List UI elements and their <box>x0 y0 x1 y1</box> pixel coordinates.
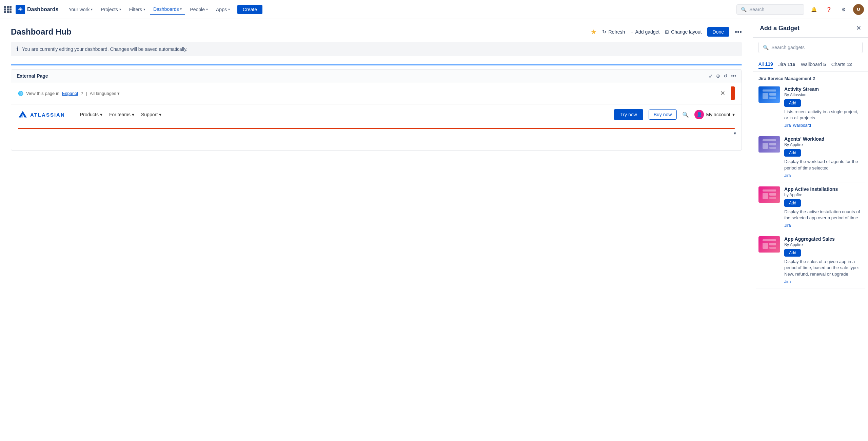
products-chevron-icon: ▾ <box>100 112 102 117</box>
atlassian-search-icon[interactable]: 🔍 <box>682 112 689 118</box>
nav-dashboards[interactable]: Dashboards ▾ <box>150 4 185 15</box>
right-panel-title: Add a Gadget <box>760 25 800 32</box>
account-avatar-icon: 👤 <box>694 110 704 119</box>
gadget-thumbnail <box>758 186 780 203</box>
gadget-info: App Active Installations by Appfire Add … <box>784 186 863 228</box>
close-lang-icon[interactable]: ✕ <box>720 89 725 97</box>
all-languages-dropdown[interactable]: All languages ▾ <box>90 91 120 96</box>
star-button[interactable]: ★ <box>591 28 597 36</box>
gadget-thumbnail <box>758 236 780 253</box>
my-account-button[interactable]: 👤 My account ▾ <box>694 110 735 119</box>
atl-teams-link[interactable]: For teams ▾ <box>109 112 134 117</box>
add-gadget-button-0[interactable]: Add <box>784 99 801 107</box>
add-gadget-button-1[interactable]: Add <box>784 149 801 157</box>
avatar[interactable]: U <box>853 4 864 15</box>
layout-icon: ⊞ <box>665 29 669 35</box>
atlassian-nav-right: Try now Buy now 🔍 👤 My account ▾ <box>614 109 735 120</box>
more-options-button[interactable]: ••• <box>735 28 742 36</box>
nav-apps[interactable]: Apps ▾ <box>213 5 233 14</box>
maximize-icon[interactable]: ⤢ <box>709 73 713 79</box>
dashboard-header: Dashboard Hub ★ ↻ Refresh + Add gadget ⊞… <box>11 27 742 37</box>
add-icon: + <box>630 29 633 35</box>
gadget-by: by Appfire <box>784 193 863 197</box>
buy-now-button[interactable]: Buy now <box>649 109 677 120</box>
close-panel-button[interactable]: ✕ <box>856 24 861 32</box>
done-button[interactable]: Done <box>707 27 729 37</box>
info-icon: ℹ <box>16 45 19 53</box>
svg-rect-0 <box>763 89 776 92</box>
apps-chevron: ▾ <box>228 7 230 11</box>
search-box[interactable]: 🔍 Search <box>736 4 804 15</box>
filter-tab-all[interactable]: All 119 <box>758 60 773 69</box>
gadget-search-box[interactable]: 🔍 <box>758 42 863 53</box>
blue-separator <box>11 64 742 65</box>
jira-logo-text: Dashboards <box>27 6 58 13</box>
settings-button[interactable]: ⚙ <box>838 4 849 15</box>
filters-chevron: ▾ <box>143 7 145 11</box>
search-gadget-icon: 🔍 <box>763 45 769 50</box>
atl-products-link[interactable]: Products ▾ <box>80 112 102 117</box>
more-gadget-icon[interactable]: ••• <box>731 73 736 79</box>
settings-gadget-icon[interactable]: ⊕ <box>716 73 720 79</box>
refresh-gadget-icon[interactable]: ↺ <box>724 73 728 79</box>
main-content: Dashboard Hub ★ ↻ Refresh + Add gadget ⊞… <box>0 19 868 441</box>
svg-rect-9 <box>763 193 768 199</box>
help-icon: ❓ <box>826 7 832 12</box>
gadget-tag: Jira <box>784 279 791 284</box>
gadget-description: Lists recent activity in a single projec… <box>784 109 863 121</box>
help-button[interactable]: ❓ <box>823 4 834 15</box>
nav-projects[interactable]: Projects ▾ <box>97 5 124 14</box>
nav-your-work[interactable]: Your work ▾ <box>65 5 96 14</box>
gadget-tags: Jira <box>784 223 863 228</box>
svg-rect-11 <box>769 197 776 199</box>
gadget-name: Agents' Workload <box>784 136 863 142</box>
gadget-tags: JiraWallboard <box>784 123 863 128</box>
gadget-description: Display the active installation counts o… <box>784 209 863 221</box>
add-gadget-button[interactable]: + Add gadget <box>630 29 659 35</box>
filter-tab-wallboard[interactable]: Wallboard 5 <box>801 60 826 68</box>
search-icon: 🔍 <box>741 7 747 12</box>
refresh-button[interactable]: ↻ Refresh <box>602 29 625 35</box>
spanish-link[interactable]: Español <box>62 91 78 96</box>
nav-people[interactable]: People ▾ <box>186 5 211 14</box>
atlassian-nav-links: Products ▾ For teams ▾ Support ▾ <box>80 112 161 117</box>
gadget-name: App Aggregated Sales <box>784 236 863 242</box>
chevron-down-icon: ▾ <box>117 91 120 96</box>
nav-filters[interactable]: Filters ▾ <box>126 5 149 14</box>
info-bar: ℹ You are currently editing your dashboa… <box>11 42 742 56</box>
change-layout-button[interactable]: ⊞ Change layout <box>665 29 702 35</box>
gadget-thumbnail <box>758 86 780 103</box>
add-gadget-button-3[interactable]: Add <box>784 249 801 257</box>
apps-grid-icon[interactable] <box>4 6 12 13</box>
scroll-down-icon[interactable]: ▾ <box>734 131 736 136</box>
gadget-description: Display the workload of agents for the p… <box>784 159 863 171</box>
gadget-by: By Appfire <box>784 142 863 147</box>
jira-logo[interactable]: Dashboards <box>16 5 58 14</box>
dashboard-area: Dashboard Hub ★ ↻ Refresh + Add gadget ⊞… <box>0 19 753 441</box>
gadget-by: By Appfire <box>784 242 863 247</box>
filter-tab-charts[interactable]: Charts 12 <box>831 60 852 68</box>
try-now-button[interactable]: Try now <box>614 109 643 120</box>
gadget-tags: Jira <box>784 173 863 178</box>
gadget-tags: Jira <box>784 279 863 284</box>
atl-support-link[interactable]: Support ▾ <box>141 112 161 117</box>
filter-tab-jira[interactable]: Jira 116 <box>778 60 795 68</box>
gadget-thumbnail <box>758 136 780 153</box>
gadget-tag: Jira <box>784 123 791 128</box>
svg-rect-4 <box>763 139 776 141</box>
your-work-chevron: ▾ <box>91 7 93 11</box>
gadget-tag: Jira <box>784 173 791 178</box>
lang-left: 🌐 View this page in Español ? | All lang… <box>18 91 120 96</box>
gadget-search-input[interactable] <box>771 45 858 50</box>
gadget-info: Activity Stream By Atlassian Add Lists r… <box>784 86 863 128</box>
teams-chevron-icon: ▾ <box>132 112 134 117</box>
svg-rect-6 <box>769 143 776 145</box>
right-panel-header: Add a Gadget ✕ <box>753 19 868 38</box>
add-gadget-button-2[interactable]: Add <box>784 199 801 207</box>
gadget-name: App Active Installations <box>784 186 863 192</box>
create-button[interactable]: Create <box>237 5 262 14</box>
right-panel: Add a Gadget ✕ 🔍 All 119Jira 116Wallboar… <box>753 19 868 441</box>
svg-rect-2 <box>769 93 776 96</box>
refresh-icon: ↻ <box>602 29 606 35</box>
notifications-button[interactable]: 🔔 <box>808 4 819 15</box>
